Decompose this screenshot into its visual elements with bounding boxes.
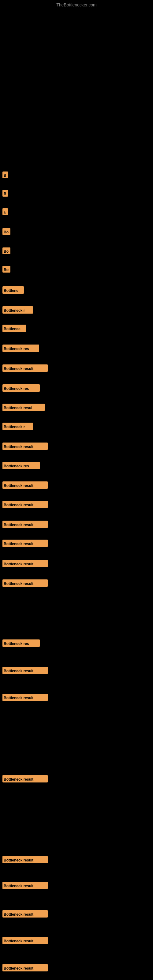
bottleneck-label: Bottleneck resul bbox=[2, 404, 45, 411]
bottleneck-label: Bottlenec bbox=[2, 325, 26, 332]
bottleneck-label: Bottleneck result bbox=[2, 560, 48, 567]
bottleneck-label: Bottleneck result bbox=[2, 442, 48, 450]
bottleneck-label: Bottleneck result bbox=[2, 775, 48, 783]
bottleneck-label: Bottlene bbox=[2, 286, 24, 294]
bottleneck-label: B bbox=[2, 190, 8, 197]
bottleneck-label: Bottleneck result bbox=[2, 937, 48, 944]
bottleneck-label: Bo bbox=[2, 247, 10, 254]
bottleneck-label: Bo bbox=[2, 228, 10, 235]
bottleneck-label: Bottleneck result bbox=[2, 579, 48, 587]
bottleneck-label: Bottleneck result bbox=[2, 910, 48, 918]
bottleneck-label: Bottleneck result bbox=[2, 364, 48, 372]
bottleneck-label: Bottleneck res bbox=[2, 462, 40, 469]
bottleneck-label: Bottleneck r bbox=[2, 423, 33, 430]
bottleneck-label: Bottleneck result bbox=[2, 667, 48, 674]
bottleneck-label: B bbox=[2, 172, 8, 178]
bottleneck-label: Bottleneck res bbox=[2, 384, 40, 392]
bottleneck-label: Bottleneck result bbox=[2, 481, 48, 489]
site-title: TheBottlenecker.com bbox=[56, 2, 97, 7]
bottleneck-label: Bottleneck result bbox=[2, 882, 48, 889]
bottleneck-label: E bbox=[2, 208, 8, 215]
bottleneck-label: Bottleneck result bbox=[2, 964, 48, 971]
bottleneck-label: Bottleneck result bbox=[2, 856, 48, 863]
bottleneck-label: Bottleneck r bbox=[2, 306, 33, 313]
bottleneck-label: Bottleneck res bbox=[2, 640, 40, 647]
bottleneck-label: Bottleneck result bbox=[2, 501, 48, 508]
bottleneck-label: Bottleneck result bbox=[2, 694, 48, 701]
bottleneck-label: Bo bbox=[2, 266, 10, 272]
bottleneck-label: Bottleneck result bbox=[2, 520, 48, 528]
bottleneck-label: Bottleneck result bbox=[2, 539, 48, 547]
bottleneck-label: Bottleneck res bbox=[2, 345, 39, 352]
